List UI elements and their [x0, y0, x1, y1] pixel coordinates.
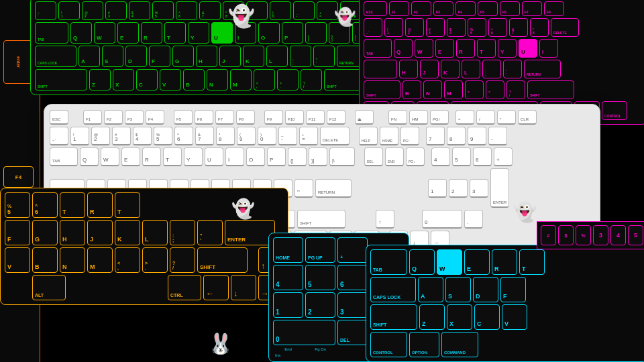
key-q[interactable]: Q — [70, 22, 92, 44]
key-f6-m[interactable]: f6 — [500, 1, 520, 16]
key-s-c[interactable]: S — [445, 277, 471, 302]
key-return-w[interactable]: return — [315, 179, 352, 198]
key-bracket-r-w[interactable]: }] — [309, 147, 327, 166]
key-k[interactable]: K — [243, 46, 264, 67]
key-2[interactable]: @2 — [82, 1, 103, 20]
key-h-y[interactable]: H — [60, 220, 85, 245]
key-f8-m[interactable]: f8 — [544, 1, 564, 16]
key-f2-w[interactable]: f2 — [104, 110, 123, 125]
key-3-w[interactable]: #3 — [112, 127, 131, 145]
key-quote-m[interactable]: "' — [503, 60, 522, 78]
rn-5[interactable]: 5 — [628, 225, 643, 245]
key-f4-w[interactable]: f4 — [146, 110, 164, 125]
key-numenter-w[interactable]: enter — [490, 168, 509, 208]
key-period-m[interactable]: >. — [486, 80, 504, 99]
key-nummul-w[interactable]: * — [497, 110, 516, 125]
key-j[interactable]: J — [219, 46, 241, 67]
key-f1-w[interactable]: f1 — [83, 110, 102, 125]
key-ctrl-r-m[interactable]: control — [602, 101, 627, 120]
key-m[interactable]: M — [230, 69, 252, 90]
np-2[interactable]: 2 — [305, 292, 335, 318]
key-l-y[interactable]: L — [142, 220, 168, 245]
key-e-c[interactable]: E — [464, 249, 490, 275]
key-i-m[interactable]: I — [539, 39, 558, 58]
np-del[interactable]: Del — [337, 320, 368, 345]
key-help-w[interactable]: help — [359, 127, 378, 145]
key-j-m[interactable]: J — [420, 60, 439, 78]
key-g-y[interactable]: G — [32, 220, 58, 245]
key-w-w[interactable]: W — [101, 147, 119, 166]
key-minus-w[interactable]: _- — [278, 127, 297, 145]
key-period[interactable]: >. — [277, 69, 299, 90]
key-a-c[interactable]: A — [418, 277, 443, 302]
key-numdiv-w[interactable]: / — [476, 110, 495, 125]
key-caps-c[interactable]: caps lock — [370, 277, 416, 302]
key-t-m[interactable]: T — [477, 39, 496, 58]
key-del-m[interactable]: delete — [551, 18, 579, 37]
key-t-w[interactable]: T — [163, 147, 182, 166]
key-num6-w[interactable]: 6 — [473, 147, 492, 166]
key-6-w[interactable]: ^6 — [174, 127, 193, 145]
key-tab[interactable]: tab — [35, 22, 68, 44]
key-q-m[interactable]: Q — [394, 39, 413, 58]
key-n-m[interactable]: N — [423, 80, 442, 99]
key-w[interactable]: W — [94, 22, 115, 44]
key-num0-w[interactable]: 0 — [422, 210, 462, 229]
key-o-w[interactable]: O — [246, 147, 265, 166]
key-3-m[interactable]: #3 — [426, 18, 445, 37]
key-f1-m[interactable]: f1 — [389, 1, 409, 16]
key-comma-m[interactable]: <, — [465, 80, 484, 99]
key-semi-y[interactable]: :; — [170, 220, 195, 245]
key-esc-w[interactable]: esc — [50, 110, 68, 125]
key-pgup-w2[interactable]: pg↑ — [400, 127, 419, 145]
key-n-y[interactable]: N — [60, 247, 85, 273]
key-caps-m[interactable] — [364, 60, 397, 78]
key-f12-w[interactable]: f12 — [327, 110, 345, 125]
key-f10-w[interactable]: f10 — [285, 110, 304, 125]
rn-dollar[interactable]: $ — [558, 225, 574, 245]
key-backslash-w[interactable]: |\ — [329, 147, 355, 166]
key-gt-y[interactable]: >. — [142, 247, 168, 273]
key-num8-w[interactable]: 8 — [447, 127, 466, 145]
key-shift-l[interactable]: shift — [35, 69, 87, 90]
np-5[interactable]: 5 — [305, 265, 335, 290]
key-w-c[interactable]: W — [437, 249, 462, 275]
rn-3[interactable]: 3 — [593, 225, 608, 245]
key-d[interactable]: D — [125, 46, 147, 67]
key-4-m[interactable]: $4 — [447, 18, 466, 37]
key-z-c[interactable]: Z — [419, 304, 445, 330]
key-numdot-w[interactable]: . — [464, 210, 483, 229]
key-f4-m[interactable]: f4 — [455, 1, 476, 16]
key-k-m[interactable]: K — [441, 60, 460, 78]
key-e-m[interactable]: E — [435, 39, 454, 58]
key-num5-w[interactable]: 5 — [452, 147, 471, 166]
key-return-m[interactable]: return — [524, 60, 561, 78]
key-tab-w[interactable]: tab — [50, 147, 78, 166]
np-6[interactable]: 6 — [337, 265, 368, 290]
key-slash-m[interactable]: ?/ — [506, 80, 525, 99]
key-7[interactable]: &7 — [199, 1, 221, 20]
key-t2-y[interactable]: T — [60, 192, 85, 218]
key-f6-w[interactable]: f6 — [195, 110, 213, 125]
key-e-w[interactable]: E — [121, 147, 140, 166]
key-y-w[interactable]: Y — [184, 147, 203, 166]
key-d-c[interactable]: D — [473, 277, 498, 302]
key-fn-w[interactable]: fn — [388, 110, 407, 125]
key-f5-w[interactable]: f5 — [174, 110, 193, 125]
enter-key[interactable]: enter — [3, 40, 34, 84]
key-5[interactable]: %5 — [152, 1, 174, 20]
key-z[interactable]: Z — [89, 69, 111, 90]
rn-4[interactable]: 4 — [610, 225, 626, 245]
key-c-c[interactable]: C — [474, 304, 500, 330]
key-n[interactable]: N — [207, 69, 228, 90]
key-eject-w[interactable]: ⏏ — [355, 110, 374, 125]
key-m-m[interactable]: M — [444, 80, 463, 99]
key-num9-w[interactable]: 9 — [468, 127, 486, 145]
np-plus-top[interactable]: + — [337, 237, 368, 263]
key-t3-y[interactable]: T — [115, 192, 140, 218]
key-num4-w[interactable]: 4 — [431, 147, 450, 166]
key-bracket-l-w[interactable]: {[ — [288, 147, 307, 166]
key-quote-w[interactable]: "' — [294, 179, 313, 198]
key-f2-m[interactable]: f2 — [411, 1, 431, 16]
key-g[interactable]: G — [172, 46, 194, 67]
